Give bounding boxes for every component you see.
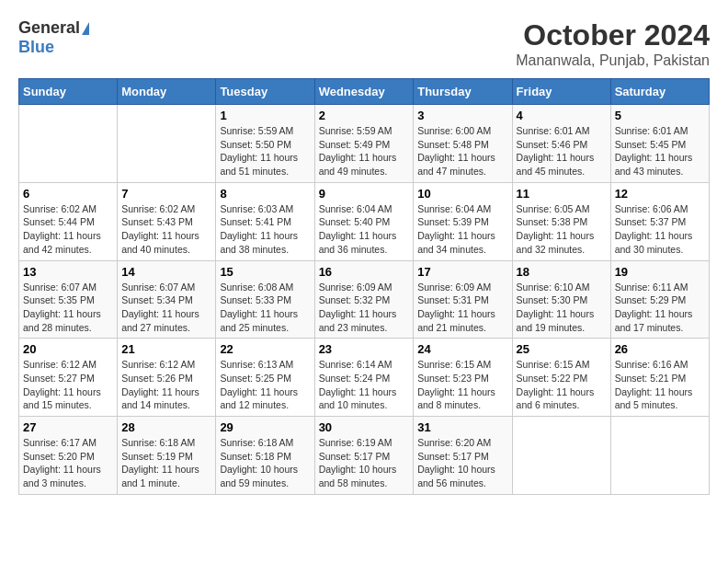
calendar-cell: 26Sunrise: 6:16 AM Sunset: 5:21 PM Dayli… — [610, 339, 709, 417]
day-number: 24 — [417, 342, 507, 356]
calendar-cell: 13Sunrise: 6:07 AM Sunset: 5:35 PM Dayli… — [19, 260, 118, 339]
day-number: 1 — [220, 109, 310, 122]
day-number: 11 — [517, 187, 607, 201]
day-detail: Sunrise: 6:00 AM Sunset: 5:48 PM Dayligh… — [417, 125, 495, 177]
day-number: 21 — [121, 342, 211, 356]
header-saturday: Saturday — [610, 79, 709, 105]
day-detail: Sunrise: 6:02 AM Sunset: 5:43 PM Dayligh… — [121, 203, 199, 255]
day-detail: Sunrise: 6:10 AM Sunset: 5:30 PM Dayligh… — [517, 282, 595, 333]
header-thursday: Thursday — [414, 79, 512, 105]
day-detail: Sunrise: 6:12 AM Sunset: 5:26 PM Dayligh… — [121, 359, 199, 410]
calendar-cell: 25Sunrise: 6:15 AM Sunset: 5:22 PM Dayli… — [512, 339, 610, 417]
day-detail: Sunrise: 6:14 AM Sunset: 5:24 PM Dayligh… — [319, 359, 397, 410]
day-number: 14 — [121, 265, 211, 279]
day-number: 25 — [517, 342, 607, 356]
calendar-cell: 6Sunrise: 6:02 AM Sunset: 5:44 PM Daylig… — [19, 182, 118, 260]
day-detail: Sunrise: 6:01 AM Sunset: 5:46 PM Dayligh… — [517, 125, 595, 177]
day-number: 19 — [615, 265, 705, 279]
day-number: 29 — [220, 420, 310, 434]
logo: General Blue — [18, 18, 89, 57]
day-detail: Sunrise: 6:01 AM Sunset: 5:45 PM Dayligh… — [615, 125, 693, 177]
header-friday: Friday — [512, 79, 610, 105]
day-detail: Sunrise: 6:08 AM Sunset: 5:33 PM Dayligh… — [220, 282, 298, 333]
day-number: 30 — [319, 420, 410, 434]
calendar-location: Mananwala, Punjab, Pakistan — [516, 52, 710, 69]
calendar-month-year: October 2024 — [516, 18, 710, 52]
calendar-cell: 28Sunrise: 6:18 AM Sunset: 5:19 PM Dayli… — [118, 417, 216, 495]
day-detail: Sunrise: 6:04 AM Sunset: 5:39 PM Dayligh… — [417, 203, 495, 255]
day-detail: Sunrise: 6:15 AM Sunset: 5:23 PM Dayligh… — [417, 359, 495, 410]
day-number: 2 — [319, 109, 410, 122]
calendar-cell: 29Sunrise: 6:18 AM Sunset: 5:18 PM Dayli… — [216, 417, 314, 495]
calendar-cell: 8Sunrise: 6:03 AM Sunset: 5:41 PM Daylig… — [216, 182, 314, 260]
calendar-cell: 9Sunrise: 6:04 AM Sunset: 5:40 PM Daylig… — [314, 182, 414, 260]
calendar-cell: 27Sunrise: 6:17 AM Sunset: 5:20 PM Dayli… — [19, 417, 118, 495]
day-detail: Sunrise: 6:04 AM Sunset: 5:40 PM Dayligh… — [319, 203, 397, 255]
calendar-cell — [19, 105, 118, 183]
calendar-week-row: 6Sunrise: 6:02 AM Sunset: 5:44 PM Daylig… — [19, 182, 710, 260]
day-number: 20 — [23, 342, 113, 356]
header-tuesday: Tuesday — [216, 79, 314, 105]
calendar-cell: 20Sunrise: 6:12 AM Sunset: 5:27 PM Dayli… — [19, 339, 118, 417]
calendar-cell: 24Sunrise: 6:15 AM Sunset: 5:23 PM Dayli… — [414, 339, 512, 417]
day-detail: Sunrise: 6:15 AM Sunset: 5:22 PM Dayligh… — [517, 359, 595, 410]
logo-triangle-icon — [82, 22, 89, 35]
day-number: 27 — [23, 420, 113, 434]
calendar-cell: 3Sunrise: 6:00 AM Sunset: 5:48 PM Daylig… — [414, 105, 512, 183]
day-detail: Sunrise: 6:05 AM Sunset: 5:38 PM Dayligh… — [517, 203, 595, 255]
calendar-cell: 5Sunrise: 6:01 AM Sunset: 5:45 PM Daylig… — [610, 105, 709, 183]
calendar-cell: 14Sunrise: 6:07 AM Sunset: 5:34 PM Dayli… — [118, 260, 216, 339]
calendar-cell: 1Sunrise: 5:59 AM Sunset: 5:50 PM Daylig… — [216, 105, 314, 183]
calendar-cell: 22Sunrise: 6:13 AM Sunset: 5:25 PM Dayli… — [216, 339, 314, 417]
day-detail: Sunrise: 6:18 AM Sunset: 5:18 PM Dayligh… — [220, 437, 298, 488]
calendar-cell: 17Sunrise: 6:09 AM Sunset: 5:31 PM Dayli… — [414, 260, 512, 339]
calendar-cell: 18Sunrise: 6:10 AM Sunset: 5:30 PM Dayli… — [512, 260, 610, 339]
day-number: 18 — [517, 265, 607, 279]
page-header: General Blue October 2024 Mananwala, Pun… — [18, 18, 710, 69]
calendar-header-row: SundayMondayTuesdayWednesdayThursdayFrid… — [19, 79, 710, 105]
day-number: 3 — [417, 109, 507, 122]
logo-general-text: General — [18, 18, 80, 38]
calendar-cell — [512, 417, 610, 495]
calendar-cell: 23Sunrise: 6:14 AM Sunset: 5:24 PM Dayli… — [314, 339, 414, 417]
calendar-cell: 30Sunrise: 6:19 AM Sunset: 5:17 PM Dayli… — [314, 417, 414, 495]
calendar-cell: 4Sunrise: 6:01 AM Sunset: 5:46 PM Daylig… — [512, 105, 610, 183]
day-number: 7 — [121, 187, 211, 201]
day-number: 22 — [220, 342, 310, 356]
day-detail: Sunrise: 6:11 AM Sunset: 5:29 PM Dayligh… — [615, 282, 693, 333]
day-number: 10 — [417, 187, 507, 201]
day-number: 8 — [220, 187, 310, 201]
calendar-cell: 11Sunrise: 6:05 AM Sunset: 5:38 PM Dayli… — [512, 182, 610, 260]
calendar-cell: 12Sunrise: 6:06 AM Sunset: 5:37 PM Dayli… — [610, 182, 709, 260]
day-number: 13 — [23, 265, 113, 279]
calendar-cell: 2Sunrise: 5:59 AM Sunset: 5:49 PM Daylig… — [314, 105, 414, 183]
day-detail: Sunrise: 6:12 AM Sunset: 5:27 PM Dayligh… — [23, 359, 101, 410]
day-detail: Sunrise: 6:09 AM Sunset: 5:31 PM Dayligh… — [417, 282, 495, 333]
day-detail: Sunrise: 6:20 AM Sunset: 5:17 PM Dayligh… — [417, 437, 495, 488]
day-number: 17 — [417, 265, 507, 279]
day-number: 31 — [417, 420, 507, 434]
day-detail: Sunrise: 6:19 AM Sunset: 5:17 PM Dayligh… — [319, 437, 397, 488]
day-detail: Sunrise: 6:17 AM Sunset: 5:20 PM Dayligh… — [23, 437, 101, 488]
day-number: 4 — [517, 109, 607, 122]
day-detail: Sunrise: 6:09 AM Sunset: 5:32 PM Dayligh… — [319, 282, 397, 333]
day-detail: Sunrise: 6:18 AM Sunset: 5:19 PM Dayligh… — [121, 437, 199, 488]
logo-blue-text: Blue — [18, 38, 54, 57]
calendar-week-row: 20Sunrise: 6:12 AM Sunset: 5:27 PM Dayli… — [19, 339, 710, 417]
calendar-cell: 10Sunrise: 6:04 AM Sunset: 5:39 PM Dayli… — [414, 182, 512, 260]
calendar-cell — [610, 417, 709, 495]
day-number: 16 — [319, 265, 410, 279]
day-number: 12 — [615, 187, 705, 201]
calendar-cell: 19Sunrise: 6:11 AM Sunset: 5:29 PM Dayli… — [610, 260, 709, 339]
day-detail: Sunrise: 6:13 AM Sunset: 5:25 PM Dayligh… — [220, 359, 298, 410]
calendar-title-area: October 2024 Mananwala, Punjab, Pakistan — [516, 18, 710, 69]
calendar-week-row: 13Sunrise: 6:07 AM Sunset: 5:35 PM Dayli… — [19, 260, 710, 339]
day-number: 26 — [615, 342, 705, 356]
day-number: 9 — [319, 187, 410, 201]
header-sunday: Sunday — [19, 79, 118, 105]
calendar-cell: 15Sunrise: 6:08 AM Sunset: 5:33 PM Dayli… — [216, 260, 314, 339]
day-detail: Sunrise: 5:59 AM Sunset: 5:49 PM Dayligh… — [319, 125, 397, 177]
calendar-week-row: 27Sunrise: 6:17 AM Sunset: 5:20 PM Dayli… — [19, 417, 710, 495]
calendar-table: SundayMondayTuesdayWednesdayThursdayFrid… — [18, 78, 710, 495]
day-detail: Sunrise: 6:16 AM Sunset: 5:21 PM Dayligh… — [615, 359, 693, 410]
